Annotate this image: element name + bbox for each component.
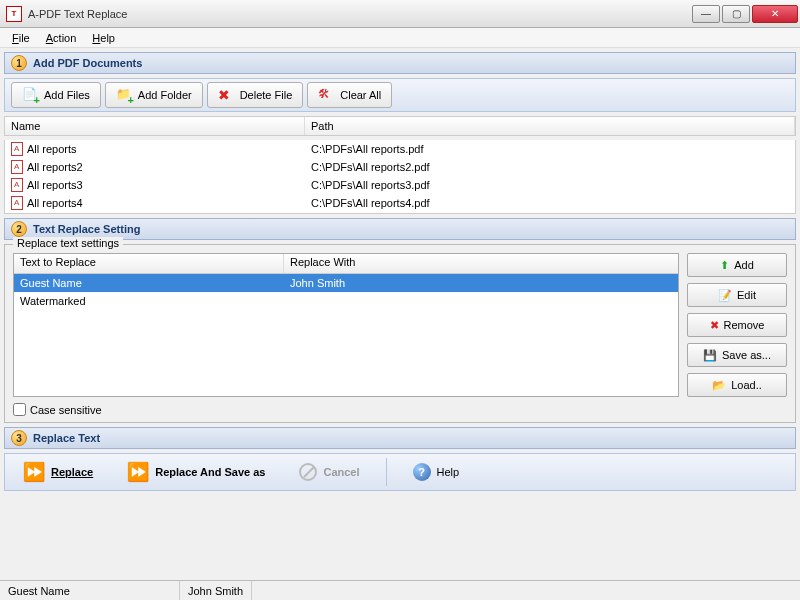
minimize-button[interactable]: — xyxy=(692,5,720,23)
add-files-label: Add Files xyxy=(44,89,90,101)
file-row[interactable]: All reports3 C:\PDFs\All reports3.pdf xyxy=(5,176,795,194)
replace-settings-group: Replace text settings Text to Replace Re… xyxy=(4,244,796,423)
help-button[interactable]: ? Help xyxy=(405,459,468,485)
add-folder-label: Add Folder xyxy=(138,89,192,101)
replace-text-cell: Watermarked xyxy=(14,295,284,307)
section-1-header: 1 Add PDF Documents xyxy=(4,52,796,74)
step-badge-3: 3 xyxy=(11,430,27,446)
col-name-header[interactable]: Name xyxy=(5,117,305,135)
section-3-title: Replace Text xyxy=(33,432,100,444)
play-icon: ⏩ xyxy=(23,461,45,483)
status-bar: Guest Name John Smith xyxy=(0,580,800,600)
save-as-button[interactable]: 💾Save as... xyxy=(687,343,787,367)
separator xyxy=(386,458,387,486)
file-path: C:\PDFs\All reports3.pdf xyxy=(305,179,795,191)
replace-with-cell: John Smith xyxy=(284,277,678,289)
file-row[interactable]: All reports C:\PDFs\All reports.pdf xyxy=(5,140,795,158)
step-badge-2: 2 xyxy=(11,221,27,237)
pdf-icon xyxy=(11,178,23,192)
replace-table[interactable]: Text to Replace Replace With Guest Name … xyxy=(13,253,679,397)
replace-side-buttons: ⬆Add 📝Edit ✖Remove 💾Save as... 📂Load.. xyxy=(687,253,787,397)
file-row[interactable]: All reports2 C:\PDFs\All reports2.pdf xyxy=(5,158,795,176)
status-right: John Smith xyxy=(180,581,252,600)
play-icon: ⏩ xyxy=(127,461,149,483)
add-folder-button[interactable]: Add Folder xyxy=(105,82,203,108)
file-path: C:\PDFs\All reports2.pdf xyxy=(305,161,795,173)
delete-file-label: Delete File xyxy=(240,89,293,101)
section-2-title: Text Replace Setting xyxy=(33,223,140,235)
file-path: C:\PDFs\All reports4.pdf xyxy=(305,197,795,209)
clear-all-icon: 🛠 xyxy=(318,87,334,103)
add-button[interactable]: ⬆Add xyxy=(687,253,787,277)
replace-table-body: Guest Name John Smith Watermarked xyxy=(14,274,678,396)
window-title: A-PDF Text Replace xyxy=(28,8,692,20)
case-sensitive-label: Case sensitive xyxy=(30,404,102,416)
menu-bar: File Action Help xyxy=(0,28,800,48)
menu-action[interactable]: Action xyxy=(38,30,85,46)
help-icon: ? xyxy=(413,463,431,481)
clear-all-label: Clear All xyxy=(340,89,381,101)
edit-button[interactable]: 📝Edit xyxy=(687,283,787,307)
col-text-to-replace[interactable]: Text to Replace xyxy=(14,254,284,273)
file-path: C:\PDFs\All reports.pdf xyxy=(305,143,795,155)
group-legend: Replace text settings xyxy=(13,237,123,249)
delete-file-button[interactable]: ✖ Delete File xyxy=(207,82,304,108)
menu-file[interactable]: File xyxy=(4,30,38,46)
add-files-icon xyxy=(22,87,38,103)
edit-icon: 📝 xyxy=(718,289,732,302)
file-row[interactable]: All reports4 C:\PDFs\All reports4.pdf xyxy=(5,194,795,212)
app-icon: T xyxy=(6,6,22,22)
up-arrow-icon: ⬆ xyxy=(720,259,729,272)
col-path-header[interactable]: Path xyxy=(305,117,795,135)
replace-row[interactable]: Watermarked xyxy=(14,292,678,310)
step-badge-1: 1 xyxy=(11,55,27,71)
maximize-button[interactable]: ▢ xyxy=(722,5,750,23)
remove-icon: ✖ xyxy=(710,319,719,332)
cancel-button: Cancel xyxy=(291,459,367,485)
pdf-icon xyxy=(11,142,23,156)
file-table-header: Name Path xyxy=(4,116,796,136)
section-3-header: 3 Replace Text xyxy=(4,427,796,449)
load-button[interactable]: 📂Load.. xyxy=(687,373,787,397)
file-list[interactable]: All reports C:\PDFs\All reports.pdf All … xyxy=(4,140,796,214)
file-name: All reports4 xyxy=(27,197,83,209)
close-button[interactable]: ✕ xyxy=(752,5,798,23)
cancel-icon xyxy=(299,463,317,481)
menu-help[interactable]: Help xyxy=(84,30,123,46)
window-controls: — ▢ ✕ xyxy=(692,5,798,23)
file-name: All reports xyxy=(27,143,77,155)
add-folder-icon xyxy=(116,87,132,103)
case-sensitive-checkbox[interactable] xyxy=(13,403,26,416)
remove-button[interactable]: ✖Remove xyxy=(687,313,787,337)
files-toolbar: Add Files Add Folder ✖ Delete File 🛠 Cle… xyxy=(4,78,796,112)
replace-save-as-button[interactable]: ⏩ Replace And Save as xyxy=(119,457,273,487)
add-files-button[interactable]: Add Files xyxy=(11,82,101,108)
replace-row[interactable]: Guest Name John Smith xyxy=(14,274,678,292)
replace-text-cell: Guest Name xyxy=(14,277,284,289)
file-name: All reports3 xyxy=(27,179,83,191)
title-bar: T A-PDF Text Replace — ▢ ✕ xyxy=(0,0,800,28)
replace-button[interactable]: ⏩ Replace xyxy=(15,457,101,487)
delete-file-icon: ✖ xyxy=(218,87,234,103)
col-replace-with[interactable]: Replace With xyxy=(284,254,678,273)
section-1-title: Add PDF Documents xyxy=(33,57,142,69)
case-sensitive-row: Case sensitive xyxy=(13,403,787,416)
file-name: All reports2 xyxy=(27,161,83,173)
clear-all-button[interactable]: 🛠 Clear All xyxy=(307,82,392,108)
status-left: Guest Name xyxy=(0,581,180,600)
pdf-icon xyxy=(11,160,23,174)
pdf-icon xyxy=(11,196,23,210)
action-toolbar: ⏩ Replace ⏩ Replace And Save as Cancel ?… xyxy=(4,453,796,491)
load-icon: 📂 xyxy=(712,379,726,392)
save-icon: 💾 xyxy=(703,349,717,362)
replace-table-header: Text to Replace Replace With xyxy=(14,254,678,274)
